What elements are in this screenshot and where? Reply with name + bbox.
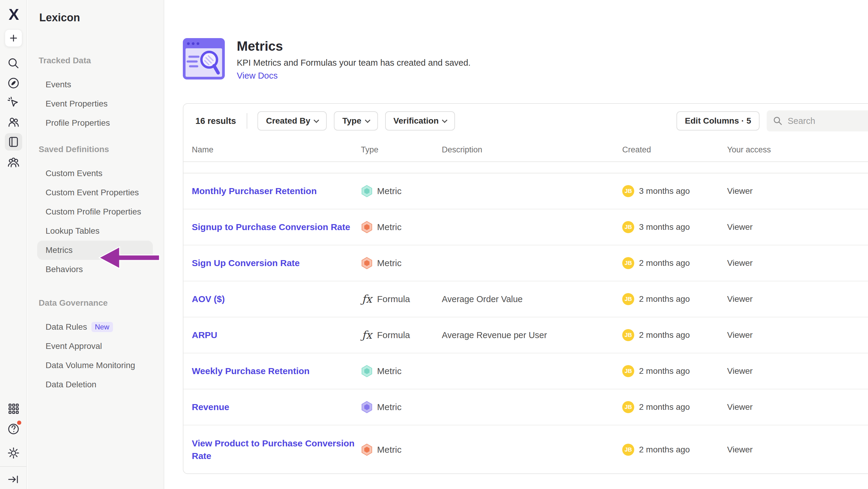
sidebar-item-label: Metrics [45, 240, 72, 260]
metric-name-link[interactable]: Monthly Purchaser Retention [192, 186, 323, 196]
creator-avatar: JB [622, 329, 634, 341]
created-time: 3 months ago [639, 186, 690, 196]
table-row[interactable]: Weekly Purchase Retention ƒx Metric [183, 353, 868, 390]
column-header-your-access: Your access [720, 145, 868, 154]
apps-grid-icon[interactable] [7, 402, 20, 415]
view-docs-link[interactable]: View Docs [237, 71, 278, 81]
edit-columns-button[interactable]: Edit Columns · 5 [677, 111, 760, 131]
column-header-description: Description [438, 145, 615, 154]
settings-gear-icon[interactable] [7, 447, 20, 460]
user-group-icon[interactable] [7, 156, 20, 169]
metric-name-link[interactable]: ARPU [192, 330, 223, 340]
lexicon-book-icon[interactable] [5, 133, 22, 151]
sidebar-item[interactable]: Event Approval [37, 337, 153, 356]
sidebar-item[interactable]: Custom Profile Properties [37, 202, 153, 222]
sidebar-item-label: Event Approval [45, 337, 102, 356]
sidebar-item[interactable]: Custom Events [37, 164, 153, 183]
events-cursor-icon[interactable] [7, 96, 20, 109]
access-level: Viewer [727, 330, 753, 340]
metric-type-icon: ƒx [361, 443, 373, 456]
metric-name-link[interactable]: Signup to Purchase Conversion Rate [192, 222, 356, 232]
sidebar-item[interactable]: Event Properties [37, 94, 153, 113]
search-box[interactable] [767, 110, 868, 132]
creator-avatar: JB [622, 221, 634, 233]
access-level: Viewer [727, 222, 753, 232]
sidebar-item[interactable]: Data Volume Monitoring [37, 356, 153, 375]
page-header: Metrics KPI Metrics and Formulas your te… [183, 38, 471, 81]
sidebar-item-label: Lookup Tables [45, 222, 99, 240]
sidebar-item[interactable]: Lookup Tables [37, 222, 153, 240]
users-icon[interactable] [7, 115, 20, 129]
column-header-type: Type [357, 145, 438, 154]
formula-fx-icon: ƒx [362, 330, 372, 341]
table-row[interactable]: AOV ($) ƒx Formula Average O [183, 281, 868, 317]
creator-avatar: JB [622, 365, 634, 377]
sidebar-item-label: Data Rules [45, 317, 87, 337]
table-header: Name Type Description Created Your acces… [183, 138, 868, 162]
metrics-illustration-icon [183, 38, 225, 80]
created-time: 2 months ago [639, 330, 690, 340]
created-time: 2 months ago [639, 366, 690, 376]
metric-name-link[interactable]: Sign Up Conversion Rate [192, 258, 306, 268]
sidebar-title: Lexicon [28, 0, 164, 24]
formula-fx-icon: ƒx [362, 294, 372, 305]
sidebar-item[interactable]: Data Rules New [37, 317, 153, 337]
chevron-down-icon [365, 117, 370, 123]
sidebar-item-label: Custom Profile Properties [45, 202, 141, 222]
access-level: Viewer [727, 186, 753, 196]
search-icon[interactable] [7, 57, 20, 70]
annotation-arrow [96, 243, 162, 273]
type-label: Metric [377, 222, 402, 232]
access-level: Viewer [727, 258, 753, 267]
chevron-down-icon [442, 117, 447, 123]
search-icon [773, 116, 783, 126]
metric-name-link[interactable]: AOV ($) [192, 294, 231, 304]
access-level: Viewer [727, 445, 753, 454]
table-row[interactable]: Sign Up Conversion Rate ƒx Metric [183, 246, 868, 281]
search-input[interactable] [788, 116, 864, 126]
section-label: Saved Definitions [28, 140, 164, 159]
mixpanel-logo-icon[interactable]: X [9, 5, 19, 23]
create-new-button[interactable] [5, 29, 22, 47]
metric-type-icon: ƒx [361, 257, 373, 270]
table-row[interactable]: Monthly Purchaser Retention ƒx Metric [183, 173, 868, 209]
type-label: Metric [377, 258, 402, 268]
description-text: Average Order Value [442, 294, 523, 304]
metric-type-icon: ƒx [361, 292, 373, 306]
sidebar-item[interactable]: Custom Event Properties [37, 183, 153, 202]
boards-compass-icon[interactable] [7, 77, 20, 90]
table-row[interactable]: View Product to Purchase Conversion Rate… [183, 425, 868, 474]
chevron-down-icon [314, 117, 319, 123]
icon-rail: X [0, 0, 27, 489]
table-row[interactable]: Signup to Purchase Conversion Rate ƒx Me… [183, 209, 868, 246]
filter-dropdown-button[interactable]: Verification [385, 111, 455, 131]
filter-dropdown-button[interactable]: Type [334, 111, 378, 131]
filter-label: Type [342, 116, 361, 126]
notification-dot [17, 421, 21, 425]
filter-label: Verification [394, 116, 439, 126]
section-label: Data Governance [28, 293, 164, 313]
table-row[interactable]: ARPU ƒx Formula Average Reve [183, 317, 868, 353]
type-label: Metric [377, 444, 402, 455]
filter-dropdown-button[interactable]: Created By [257, 111, 327, 131]
toolbar-divider [247, 113, 247, 129]
table-toolbar: 16 results Created By Type Verifica [183, 104, 868, 138]
table-row[interactable]: Revenue ƒx Metric [183, 390, 868, 425]
metric-name-link[interactable]: View Product to Purchase Conversion Rate [192, 438, 354, 461]
sidebar-item[interactable]: Profile Properties [37, 113, 153, 133]
type-label: Metric [377, 366, 402, 376]
metric-type-icon: ƒx [361, 184, 373, 198]
filter-label: Created By [266, 116, 310, 126]
sidebar-item-label: Data Volume Monitoring [45, 356, 135, 375]
metric-name-link[interactable]: Weekly Purchase Retention [192, 366, 316, 376]
expand-sidebar-icon[interactable] [7, 473, 20, 486]
metric-name-link[interactable]: Revenue [192, 402, 235, 412]
results-count: 16 results [195, 116, 236, 126]
column-header-name: Name [183, 145, 357, 154]
access-level: Viewer [727, 294, 753, 304]
sidebar-item[interactable]: Events [37, 75, 153, 94]
metric-type-icon: ƒx [361, 401, 373, 414]
help-icon[interactable] [7, 423, 20, 437]
created-time: 2 months ago [639, 402, 690, 412]
sidebar-item[interactable]: Data Deletion [37, 375, 153, 394]
